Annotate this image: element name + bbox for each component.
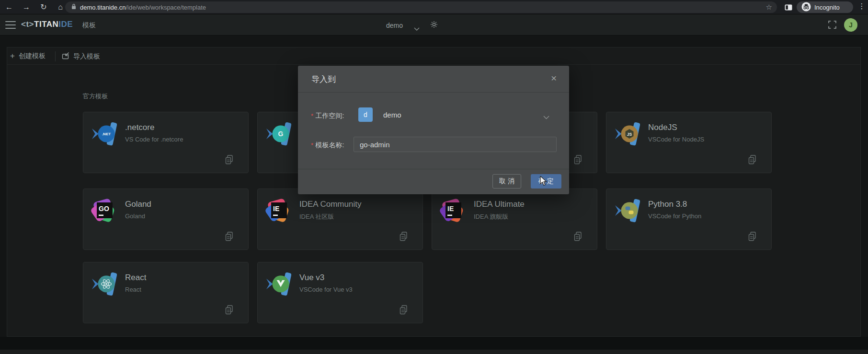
cancel-button[interactable]: 取 消 xyxy=(492,174,521,189)
mouse-cursor xyxy=(540,176,549,189)
app-header: <t>TITANIDE 模板 demo J xyxy=(0,14,868,35)
dialog-header-divider xyxy=(298,92,569,93)
section-title: 官方模板 xyxy=(83,92,108,101)
home-icon[interactable]: ⌂ xyxy=(55,2,66,12)
workspace-select-value[interactable]: demo xyxy=(383,111,401,119)
template-icon: JS xyxy=(614,121,640,147)
svg-text:IE: IE xyxy=(447,205,454,212)
template-name-input[interactable] xyxy=(354,137,557,152)
template-card-idea-community[interactable]: IE IDEA Community IDEA 社区版 xyxy=(257,189,423,250)
incognito-badge: Incognito xyxy=(797,1,853,13)
template-title: React xyxy=(125,273,146,283)
import-template-label: 导入模板 xyxy=(73,52,100,61)
svg-text:IE: IE xyxy=(273,205,279,212)
create-template-button[interactable]: + 创建模板 xyxy=(10,52,46,60)
template-card-python[interactable]: Python 3.8 VSCode for Python xyxy=(606,189,772,250)
back-icon[interactable]: ← xyxy=(4,2,14,12)
document-icon[interactable] xyxy=(572,154,583,167)
template-title: Python 3.8 xyxy=(648,200,687,209)
template-title: IDEA Community xyxy=(299,200,361,209)
required-mark: * xyxy=(311,142,313,149)
import-icon xyxy=(62,52,69,61)
template-icon: IE xyxy=(440,198,466,224)
document-icon[interactable] xyxy=(224,154,234,167)
screen: ← → ↻ ⌂ demo.titanide.cn/ide/web/workspa… xyxy=(0,0,868,354)
chevron-down-icon[interactable] xyxy=(414,24,420,33)
svg-text:GO: GO xyxy=(99,205,109,212)
template-card-nodejs[interactable]: JS NodeJS VSCode for NodeJS xyxy=(606,112,772,173)
browser-menu-icon[interactable]: ⋮ xyxy=(857,2,866,11)
template-card-goland[interactable]: GO Goland Goland xyxy=(83,189,249,250)
gear-icon[interactable] xyxy=(430,21,438,30)
template-icon xyxy=(265,271,291,297)
avatar[interactable]: J xyxy=(844,18,857,32)
document-icon[interactable] xyxy=(224,231,234,244)
incognito-label: Incognito xyxy=(814,4,840,11)
document-icon[interactable] xyxy=(572,231,583,244)
dialog-footer-divider xyxy=(298,169,569,169)
template-subtitle: VSCode for NodeJS xyxy=(648,136,704,143)
app-logo: <t>TITANIDE xyxy=(21,20,73,29)
template-icon: G xyxy=(265,121,291,147)
svg-text:.NET: .NET xyxy=(102,132,111,136)
template-icon: GO xyxy=(91,198,117,224)
svg-text:JS: JS xyxy=(627,132,632,137)
import-dialog: 导入到 × * 工作空间: d demo * 模板名称: 取 消 确 定 xyxy=(298,66,569,194)
logo-bracket: <t> xyxy=(21,20,34,29)
template-subtitle: VSCode for Python xyxy=(648,212,701,220)
template-icon xyxy=(614,198,640,224)
bookmark-star-icon[interactable]: ☆ xyxy=(766,3,772,12)
create-template-label: 创建模板 xyxy=(19,52,46,60)
logo-ide: IDE xyxy=(58,20,73,29)
url-path: /ide/web/workspace/template xyxy=(126,4,206,11)
url-domain: demo.titanide.cn xyxy=(80,4,126,11)
template-subtitle: React xyxy=(125,286,141,293)
workspace-badge: d xyxy=(358,107,373,122)
lock-icon xyxy=(71,3,76,12)
template-card-idea-ultimate[interactable]: IE IDEA Ultimate IDEA 旗舰版 xyxy=(432,189,597,250)
bottom-strip xyxy=(0,350,868,354)
page-title: 模板 xyxy=(82,21,96,30)
svg-text:G: G xyxy=(278,130,284,138)
document-icon[interactable] xyxy=(398,231,409,244)
side-panel-icon[interactable] xyxy=(785,4,792,12)
document-icon[interactable] xyxy=(224,305,234,317)
close-icon[interactable]: × xyxy=(551,71,557,85)
plus-icon: + xyxy=(10,52,15,60)
url-text: demo.titanide.cn/ide/web/workspace/templ… xyxy=(80,4,206,11)
template-icon: .NET xyxy=(91,121,117,147)
template-title: Goland xyxy=(125,200,151,209)
document-icon[interactable] xyxy=(747,231,757,244)
toolbar-separator xyxy=(7,64,861,65)
reload-icon[interactable]: ↻ xyxy=(38,2,49,12)
import-template-button[interactable]: 导入模板 xyxy=(62,52,100,61)
incognito-icon xyxy=(801,2,811,13)
document-icon[interactable] xyxy=(747,154,757,167)
toolbar-divider xyxy=(55,51,56,61)
address-bar[interactable]: demo.titanide.cn/ide/web/workspace/templ… xyxy=(65,1,777,13)
template-name-field-label: * 模板名称: xyxy=(311,141,344,150)
template-title: Vue v3 xyxy=(299,273,324,283)
required-mark: * xyxy=(311,112,313,119)
template-subtitle: IDEA 社区版 xyxy=(299,212,334,221)
forward-icon[interactable]: → xyxy=(21,2,32,12)
template-icon xyxy=(91,271,117,297)
template-card-react[interactable]: React React xyxy=(83,262,249,323)
browser-chrome: ← → ↻ ⌂ demo.titanide.cn/ide/web/workspa… xyxy=(0,0,868,14)
template-card-netcore[interactable]: .NET .netcore VS Code for .netcore xyxy=(83,112,249,173)
template-subtitle: Goland xyxy=(125,212,145,220)
document-icon[interactable] xyxy=(398,305,409,317)
template-icon: IE xyxy=(265,198,291,224)
template-subtitle: VSCode for Vue v3 xyxy=(299,286,353,293)
dialog-title: 导入到 xyxy=(311,74,336,85)
template-title: NodeJS xyxy=(648,123,677,132)
template-title: IDEA Ultimate xyxy=(474,200,525,209)
fullscreen-icon[interactable] xyxy=(828,21,836,31)
chevron-down-icon[interactable] xyxy=(543,113,549,121)
workspace-selector[interactable]: demo xyxy=(386,22,403,29)
template-card-vue[interactable]: Vue v3 VSCode for Vue v3 xyxy=(257,262,423,323)
workspace-field-label: * 工作空间: xyxy=(311,111,344,120)
hamburger-menu-icon[interactable] xyxy=(5,21,16,29)
template-subtitle: IDEA 旗舰版 xyxy=(474,212,508,221)
logo-titan: TITAN xyxy=(34,20,58,29)
